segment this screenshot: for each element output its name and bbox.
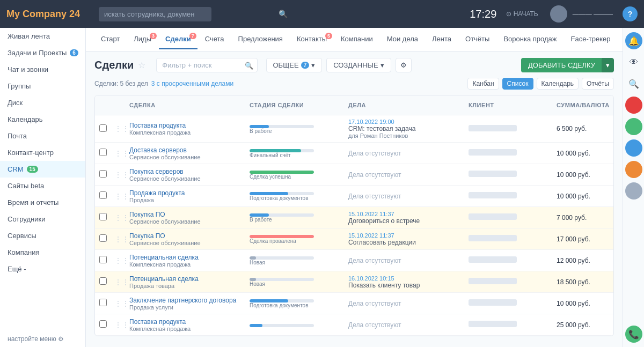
sidebar-item-mail[interactable]: Почта	[0, 128, 85, 144]
tab-my-deals[interactable]: Мои дела	[380, 29, 425, 49]
tab-reports[interactable]: Отчёты	[459, 29, 496, 49]
task-date-link[interactable]: 17.10.2022 19:00	[348, 119, 466, 125]
task-date-link[interactable]: 16.10.2022 10:15	[348, 275, 466, 282]
row-checkbox[interactable]	[99, 256, 107, 263]
tab-start[interactable]: Старт	[94, 29, 126, 49]
drag-handle-icon[interactable]: ⋮⋮	[114, 171, 127, 179]
row-checkbox[interactable]	[99, 320, 107, 328]
row-checkbox[interactable]	[99, 191, 107, 199]
sidebar-settings[interactable]: настройте меню ⚙	[0, 331, 85, 347]
phone-icon[interactable]: 📞	[625, 326, 642, 343]
calendar-view-button[interactable]: Календарь	[537, 78, 579, 90]
task-cell: 16.10.2022 10:15 Показать клиенту товар	[348, 275, 466, 289]
sidebar-item-crm[interactable]: CRM 15	[0, 161, 85, 178]
drag-handle-icon[interactable]: ⋮⋮	[114, 235, 127, 243]
kanban-view-button[interactable]: Канбан	[467, 78, 499, 90]
topbar-search-wrap: 🔍	[99, 7, 292, 21]
tab-face-tracker[interactable]: Face-трекер	[565, 29, 617, 49]
sidebar-item-calendar[interactable]: Календарь	[0, 111, 85, 128]
topbar-start-button[interactable]: ⊙ НАЧАТЬ	[506, 10, 538, 18]
user-avatar-5[interactable]	[625, 182, 642, 200]
sidebar-item-tasks[interactable]: Задачи и Проекты 6	[0, 45, 85, 61]
deal-type-label: Продажа услуги	[129, 304, 247, 311]
general-filter-button[interactable]: ОБЩЕЕ 7 ▾	[266, 58, 323, 72]
row-checkbox[interactable]	[99, 234, 107, 242]
task-date-link[interactable]: 15.10.2022 11:37	[348, 232, 466, 239]
tab-deals[interactable]: Сделки 7	[159, 29, 197, 49]
deal-name-link[interactable]: Потенциальная сделка	[129, 254, 247, 261]
tab-companies[interactable]: Компании	[334, 29, 379, 49]
search-right-icon[interactable]: 🔍	[625, 75, 642, 92]
sidebar-item-time-reports[interactable]: Время и отчеты	[0, 194, 85, 211]
client-name-blurred	[469, 321, 517, 327]
sidebar-item-services[interactable]: Сервисы	[0, 227, 85, 244]
notification-bell-icon[interactable]: 🔔	[625, 32, 642, 49]
deal-name-link[interactable]: Доставка серверов	[129, 146, 247, 154]
favorite-star-icon[interactable]: ☆	[138, 60, 145, 70]
deal-name-link[interactable]: Поставка продукта	[129, 318, 247, 326]
add-deal-button[interactable]: ДОБАВИТЬ СДЕЛКУ	[521, 58, 602, 72]
deal-name-link[interactable]: Поставка продукта	[129, 122, 247, 129]
drag-handle-icon[interactable]: ⋮⋮	[114, 256, 127, 265]
row-checkbox[interactable]	[99, 170, 107, 178]
tab-proposals[interactable]: Предложения	[232, 29, 289, 49]
topbar-search-input[interactable]	[99, 7, 211, 21]
row-checkbox[interactable]	[99, 124, 107, 132]
deal-name-link[interactable]: Потенциальная сделка	[129, 275, 247, 283]
topbar-time: 17:29	[470, 8, 496, 20]
drag-handle-icon[interactable]: ⋮⋮	[114, 213, 127, 222]
deal-name-link[interactable]: Покупка ПО	[129, 232, 247, 240]
tab-contacts[interactable]: Контакты 5	[290, 29, 333, 49]
sidebar-item-company[interactable]: Компания	[0, 244, 85, 261]
user-avatar-2[interactable]	[625, 118, 642, 135]
tab-funnel[interactable]: Воронка продаж	[497, 29, 563, 49]
stage-label: В работе	[250, 217, 346, 223]
sidebar-item-contact-center[interactable]: Контакт-центр	[0, 144, 85, 161]
topbar-help-button[interactable]: ?	[623, 6, 638, 21]
add-deal-arrow-button[interactable]: ▾	[602, 58, 614, 72]
row-checkbox[interactable]	[99, 149, 107, 156]
stage-label: Новая	[250, 260, 346, 265]
filter-search-input[interactable]	[156, 58, 257, 72]
amount-cell: 25 000 руб.	[557, 321, 614, 329]
row-checkbox[interactable]	[99, 299, 107, 306]
settings-button[interactable]: ⚙	[396, 58, 412, 72]
deal-name-link[interactable]: Покупка ПО	[129, 211, 247, 218]
user-avatar-3[interactable]	[625, 139, 642, 157]
user-avatar-1[interactable]	[625, 97, 642, 114]
deal-info: Покупка ПО Сервисное обслуживание	[129, 232, 247, 246]
amount-cell: 17 000 руб.	[557, 235, 614, 243]
eye-icon[interactable]: 👁	[625, 54, 642, 71]
sidebar-item-disk[interactable]: Диск	[0, 94, 85, 111]
deal-name-link[interactable]: Заключение партнерского договора	[129, 297, 247, 304]
drag-handle-icon[interactable]: ⋮⋮	[114, 124, 127, 133]
drag-handle-icon[interactable]: ⋮⋮	[114, 278, 127, 286]
topbar-avatar[interactable]	[550, 5, 567, 23]
reports-view-button[interactable]: Отчёты	[582, 78, 614, 90]
overdue-link[interactable]: 3 с просроченными делами	[151, 80, 233, 87]
page-header: Сделки ☆ 🔍 ОБЩЕЕ 7 ▾ СОЗДАННЫЕ	[94, 58, 614, 72]
user-avatar-4[interactable]	[625, 161, 642, 178]
tab-feed[interactable]: Лента	[426, 29, 458, 49]
sidebar-item-more[interactable]: Ещё -	[0, 261, 85, 277]
tab-more[interactable]: Ещё ▾	[618, 29, 623, 49]
sidebar-item-groups[interactable]: Группы	[0, 78, 85, 94]
sidebar-item-sites[interactable]: Сайты beta	[0, 178, 85, 194]
list-view-button[interactable]: Список	[502, 78, 533, 90]
row-checkbox[interactable]	[99, 213, 107, 220]
deal-name-link[interactable]: Продажа продукта	[129, 189, 247, 197]
drag-handle-icon[interactable]: ⋮⋮	[114, 149, 127, 158]
sort-button[interactable]: СОЗДАННЫЕ ▾	[326, 58, 391, 72]
row-checkbox[interactable]	[99, 277, 107, 285]
subtitle-info: Сделки: 5 без дел 3 с просроченными дела…	[94, 80, 233, 87]
sidebar-item-live-feed[interactable]: Живая лента	[0, 28, 85, 45]
task-date-link[interactable]: 15.10.2022 11:37	[348, 211, 466, 217]
sidebar-item-employees[interactable]: Сотрудники	[0, 211, 85, 227]
drag-handle-icon[interactable]: ⋮⋮	[114, 299, 127, 308]
drag-handle-icon[interactable]: ⋮⋮	[114, 192, 127, 201]
tab-invoices[interactable]: Счета	[199, 29, 231, 49]
deal-name-link[interactable]: Покупка серверов	[129, 168, 247, 175]
drag-handle-icon[interactable]: ⋮⋮	[114, 321, 127, 329]
sidebar-item-chat[interactable]: Чат и звонки	[0, 61, 85, 78]
tab-leads[interactable]: Лиды 3	[127, 29, 158, 49]
